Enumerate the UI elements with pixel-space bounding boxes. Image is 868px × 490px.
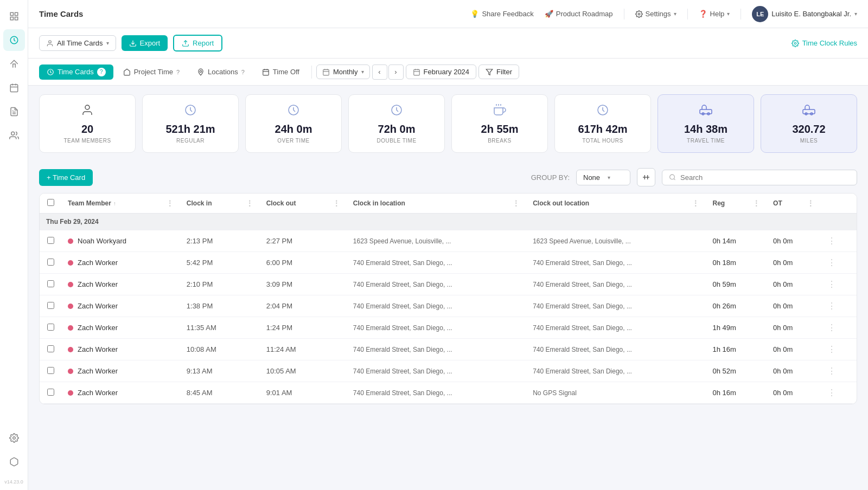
- table-row[interactable]: Zach Worker 8:45 AM 9:01 AM 740 Emerald …: [40, 382, 857, 404]
- svg-point-50: [670, 175, 675, 179]
- tab-locations[interactable]: Locations ?: [189, 65, 252, 79]
- svg-rect-1: [15, 12, 17, 15]
- row-menu-cell[interactable]: ⋮: [821, 382, 857, 404]
- row-checkbox[interactable]: [47, 302, 54, 309]
- row-menu-cell[interactable]: ⋮: [821, 274, 857, 295]
- row-menu-dots[interactable]: ⋮: [827, 366, 836, 376]
- tab-time-cards[interactable]: Time Cards ?: [39, 65, 113, 80]
- reg-cell: 0h 14m: [706, 230, 767, 252]
- prev-arrow[interactable]: ‹: [372, 65, 387, 80]
- search-box[interactable]: [662, 170, 857, 185]
- row-checkbox[interactable]: [47, 389, 54, 396]
- row-checkbox[interactable]: [47, 237, 54, 244]
- sidebar-icon-calendar[interactable]: [3, 77, 25, 99]
- row-checkbox[interactable]: [47, 367, 54, 374]
- col-menu-reg[interactable]: ⋮: [752, 199, 760, 208]
- report-button[interactable]: Report: [173, 35, 222, 51]
- col-menu-ot[interactable]: ⋮: [807, 199, 814, 208]
- row-menu-dots[interactable]: ⋮: [827, 323, 836, 332]
- select-all-header[interactable]: [40, 194, 61, 214]
- row-menu-cell[interactable]: ⋮: [821, 317, 857, 339]
- member-cell: Zach Worker: [61, 360, 180, 382]
- row-checkbox-cell[interactable]: [40, 382, 61, 404]
- sidebar-icon-timecards[interactable]: [3, 29, 25, 51]
- sidebar-icon-settings[interactable]: [3, 427, 25, 449]
- row-checkbox-cell[interactable]: [40, 252, 61, 274]
- table-row[interactable]: Noah Workyard 2:13 PM 2:27 PM 1623 Speed…: [40, 230, 857, 252]
- row-checkbox-cell[interactable]: [40, 317, 61, 339]
- product-roadmap-link[interactable]: 🚀 Product Roadmap: [545, 10, 613, 18]
- group-by-select[interactable]: None ▾: [576, 170, 630, 185]
- member-name: Zach Worker: [78, 280, 118, 288]
- filter-button[interactable]: Filter: [478, 65, 519, 79]
- table-row[interactable]: Zach Worker 10:08 AM 11:24 AM 740 Emeral…: [40, 339, 857, 360]
- svg-point-12: [12, 437, 15, 440]
- row-checkbox-cell[interactable]: [40, 295, 61, 317]
- top-nav: Time Cards 💡 Share Feedback 🚀 Product Ro…: [28, 0, 868, 28]
- row-menu-dots[interactable]: ⋮: [827, 236, 836, 246]
- clock-in-cell: 10:08 AM: [180, 339, 260, 360]
- row-menu-cell[interactable]: ⋮: [821, 360, 857, 382]
- grid-view-button[interactable]: [637, 168, 655, 186]
- table-row[interactable]: Zach Worker 1:38 PM 2:04 PM 740 Emerald …: [40, 295, 857, 317]
- tab-project-time[interactable]: Project Time ?: [116, 65, 187, 79]
- svg-point-19: [200, 70, 202, 73]
- row-menu-dots[interactable]: ⋮: [827, 388, 836, 397]
- row-menu-cell[interactable]: ⋮: [821, 339, 857, 360]
- sidebar: v14.23.0: [0, 0, 28, 490]
- add-timecard-button[interactable]: + Time Card: [39, 169, 93, 186]
- search-input[interactable]: [680, 173, 850, 182]
- date-display[interactable]: February 2024: [406, 65, 477, 79]
- table-row[interactable]: Zach Worker 5:42 PM 6:00 PM 740 Emerald …: [40, 252, 857, 274]
- next-arrow[interactable]: ›: [388, 65, 404, 80]
- help-link[interactable]: ❓ Help ▾: [699, 10, 730, 18]
- row-menu-cell[interactable]: ⋮: [821, 252, 857, 274]
- share-feedback-link[interactable]: 💡 Share Feedback: [470, 10, 533, 18]
- user-menu[interactable]: LE Luisito E. Batongbakal Jr. ▾: [752, 6, 857, 22]
- row-checkbox-cell[interactable]: [40, 339, 61, 360]
- clock-out-cell: 1:24 PM: [260, 317, 347, 339]
- monthly-dropdown[interactable]: Monthly ▾: [316, 65, 370, 79]
- row-menu-cell[interactable]: ⋮: [821, 230, 857, 252]
- sort-icon[interactable]: ↑: [113, 201, 116, 207]
- time-clock-rules-button[interactable]: Time Clock Rules: [792, 39, 857, 47]
- sidebar-icon-people[interactable]: [3, 125, 25, 146]
- col-menu-locout[interactable]: ⋮: [692, 199, 699, 208]
- settings-link[interactable]: Settings ▾: [635, 10, 676, 18]
- table-row[interactable]: Zach Worker 9:13 AM 10:05 AM 740 Emerald…: [40, 360, 857, 382]
- tab-time-off[interactable]: Time Off: [254, 65, 307, 79]
- row-menu-dots[interactable]: ⋮: [827, 280, 836, 289]
- group-by-label: GROUP BY:: [531, 173, 570, 182]
- table-row[interactable]: Zach Worker 2:10 PM 3:09 PM 740 Emerald …: [40, 274, 857, 295]
- col-location-out: Clock out location ⋮: [526, 194, 706, 214]
- col-menu-locin[interactable]: ⋮: [512, 199, 520, 208]
- col-menu-clockout[interactable]: ⋮: [333, 199, 340, 208]
- row-menu-dots[interactable]: ⋮: [827, 345, 836, 354]
- row-checkbox-cell[interactable]: [40, 274, 61, 295]
- row-menu-dots[interactable]: ⋮: [827, 301, 836, 311]
- all-time-cards-selector[interactable]: All Time Cards ▾: [39, 35, 116, 51]
- col-menu-clockin[interactable]: ⋮: [246, 199, 253, 208]
- row-checkbox[interactable]: [47, 280, 54, 287]
- row-checkbox[interactable]: [47, 259, 54, 266]
- location-out-cell: 740 Emerald Street, San Diego, ...: [526, 252, 706, 274]
- clock-in-cell: 9:13 AM: [180, 360, 260, 382]
- selector-chevron: ▾: [106, 40, 109, 46]
- row-menu-dots[interactable]: ⋮: [827, 258, 836, 267]
- location-out-cell: No GPS Signal: [526, 382, 706, 404]
- sidebar-icon-grid[interactable]: [3, 5, 25, 27]
- col-menu-member[interactable]: ⋮: [166, 199, 174, 208]
- table-row[interactable]: Zach Worker 11:35 AM 1:24 PM 740 Emerald…: [40, 317, 857, 339]
- row-checkbox-cell[interactable]: [40, 230, 61, 252]
- reg-cell: 0h 16m: [706, 382, 767, 404]
- row-checkbox-cell[interactable]: [40, 360, 61, 382]
- clock-out-cell: 2:27 PM: [260, 230, 347, 252]
- sidebar-icon-home[interactable]: [3, 53, 25, 75]
- sidebar-icon-box[interactable]: [3, 451, 25, 473]
- select-all-checkbox[interactable]: [47, 199, 54, 206]
- row-checkbox[interactable]: [47, 345, 54, 352]
- sidebar-icon-reports[interactable]: [3, 101, 25, 122]
- row-menu-cell[interactable]: ⋮: [821, 295, 857, 317]
- export-button[interactable]: Export: [122, 35, 168, 51]
- row-checkbox[interactable]: [47, 324, 54, 331]
